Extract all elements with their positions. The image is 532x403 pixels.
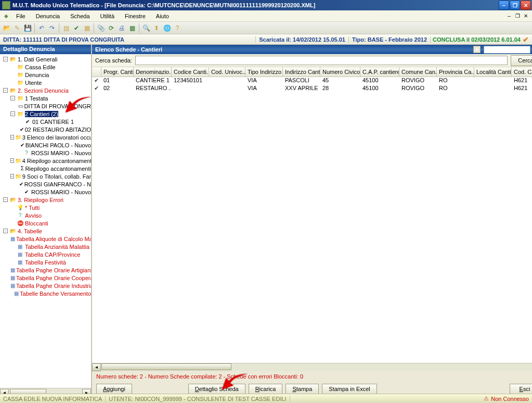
column-header[interactable]: Comune Can... <box>399 67 437 77</box>
tree-item[interactable]: 01 CANTIERE 1 <box>32 119 74 125</box>
ricarica-button[interactable]: Ricarica <box>249 384 283 395</box>
upload-icon[interactable]: ⬆ <box>152 23 161 33</box>
table-row[interactable]: ✔ 01CANTIERE 1123450101VIAPASCOLI4545100… <box>92 77 532 85</box>
tree-item[interactable]: Avviso <box>25 212 42 219</box>
check-icon[interactable]: ✔ <box>72 23 81 33</box>
column-header[interactable]: Codice Canti... <box>172 67 209 77</box>
table-icon: ▦ <box>16 251 24 258</box>
redo-icon[interactable]: ↷ <box>47 23 57 33</box>
menu-file[interactable]: File <box>11 12 31 20</box>
mdi-close-button[interactable]: ✕ <box>522 12 530 20</box>
expand-icon[interactable]: − <box>3 229 8 233</box>
column-header[interactable]: C.A.P. cantiere <box>360 67 399 77</box>
zoom-icon[interactable]: 🔍 <box>141 23 151 33</box>
tree-item[interactable]: * Tutti <box>25 205 40 211</box>
tree-item[interactable]: Tabella Paghe Orarie Cooperat <box>16 275 91 281</box>
tree-item[interactable]: Cassa Edile <box>25 64 56 70</box>
grid-body[interactable]: ✔ 01CANTIERE 1123450101VIAPASCOLI4545100… <box>92 77 532 363</box>
menu-denuncia[interactable]: Denuncia <box>31 12 65 20</box>
close-button[interactable]: ✕ <box>521 1 531 10</box>
scaricata-label: Scaricata il: 14/02/2012 15.05.01 <box>255 36 349 43</box>
open-icon[interactable]: 📂 <box>2 23 11 33</box>
tree-item[interactable]: 1. Dati Generali <box>18 56 57 62</box>
column-header[interactable]: Cod. Univoc... <box>209 67 245 77</box>
scroll-left-button[interactable]: ◄ <box>92 363 101 371</box>
expand-icon[interactable]: − <box>3 88 8 93</box>
column-header[interactable]: Progr. Cantiere <box>101 67 134 77</box>
detail-icon[interactable]: ▤ <box>61 23 71 33</box>
undo-icon[interactable]: ↶ <box>37 23 46 33</box>
tree-item[interactable]: 4 Riepilogo accantonamenti e <box>22 158 91 164</box>
column-header[interactable]: Cod. Catast <box>512 67 532 77</box>
column-header[interactable]: Numero Civico <box>320 67 360 77</box>
tree-item[interactable]: ROSSI GIANFRANCO - N <box>24 181 91 187</box>
tree-item[interactable]: 2. Sezioni Denuncia <box>18 87 69 94</box>
menu-utilita[interactable]: Utilità <box>95 12 120 20</box>
attach-icon[interactable]: 📎 <box>96 23 106 33</box>
tree-item[interactable]: Utente <box>25 80 42 86</box>
tree-item[interactable]: Tabella Anzianità Malattia <box>25 244 89 250</box>
expand-icon[interactable]: − <box>3 197 8 202</box>
column-header[interactable]: Località Canti... <box>474 67 512 77</box>
export-icon[interactable]: ▦ <box>82 23 92 33</box>
search-input[interactable] <box>135 56 508 65</box>
status-left: CASSA EDILE NUOVA INFORMATICA <box>0 396 106 402</box>
menu-scheda[interactable]: Scheda <box>65 12 95 20</box>
tree-item[interactable]: 02 RESTAURO ABITAZIO <box>25 127 91 133</box>
expand-icon[interactable]: − <box>10 96 15 100</box>
save-icon[interactable]: 💾 <box>23 23 32 33</box>
menu-finestre[interactable]: Finestre <box>120 12 151 20</box>
table-row[interactable]: ✔ 02RESTAURO ...VIAXXV APRILE2845100ROVI… <box>92 85 532 93</box>
excel-icon[interactable]: ▦ <box>127 23 137 33</box>
column-header[interactable]: Tipo Indirizzo <box>245 67 283 77</box>
tree-item[interactable]: Tabella Aliquote di Calcolo Mal <box>16 236 91 242</box>
scroll-thumb[interactable] <box>101 363 231 370</box>
column-header[interactable]: Denominazio... <box>134 67 172 77</box>
tree-item[interactable]: Denuncia <box>25 72 49 78</box>
column-header[interactable]: Provincia Ca... <box>437 67 474 77</box>
print-icon[interactable]: 🖨 <box>117 23 126 33</box>
tree-item[interactable]: Tabella Paghe Orarie Industria <box>16 283 91 289</box>
tree-item[interactable]: 9 Soci o Titolari, collab. Famil. ( <box>22 173 91 180</box>
tree-item[interactable]: 4. Tabelle <box>18 228 42 234</box>
cerca-button[interactable]: Cerca <box>511 55 532 66</box>
maximize-button[interactable]: ❐ <box>510 1 520 10</box>
check-icon: ✔ <box>94 85 99 91</box>
tree-item[interactable]: Tabella Paghe Orarie Artigiani <box>16 267 91 273</box>
tree-item[interactable]: Tabelle Banche Versamento <box>20 291 91 297</box>
tree-item[interactable]: ROSSI MARIO - Nuovo <box>31 189 91 195</box>
dropdown-button[interactable]: ▾ <box>473 46 481 53</box>
tree-item[interactable]: ROSSI MARIO - Nuovo <box>31 150 91 156</box>
expand-icon[interactable]: − <box>10 174 14 179</box>
menu-aiuto[interactable]: Aiuto <box>151 12 174 20</box>
aggiungi-button[interactable]: Aggiungi <box>96 384 132 395</box>
esci-button[interactable]: Esci <box>510 384 532 395</box>
tree-item[interactable]: BIANCHI PAOLO - Nuovo <box>25 142 91 148</box>
tree-item-selected[interactable]: 2 Cantieri (2) <box>25 111 58 117</box>
stampa-button[interactable]: Stampa <box>286 384 319 395</box>
minimize-button[interactable]: – <box>499 1 509 10</box>
tree-item[interactable]: 3 Elenco dei lavoratori occupat <box>22 134 91 141</box>
expand-icon[interactable]: − <box>10 158 14 163</box>
grid-hscroll[interactable]: ◄ ► <box>92 363 532 372</box>
table-icon: ▦ <box>14 290 19 297</box>
mdi-minimize-button[interactable]: – <box>505 12 513 20</box>
expand-icon[interactable]: − <box>3 57 8 61</box>
tree-item[interactable]: 1 Testata <box>25 95 48 102</box>
help-icon[interactable]: ? <box>173 23 182 33</box>
tree-item[interactable]: Tabella Festività <box>25 259 66 266</box>
tree-view[interactable]: −📂1. Dati Generali 📁Cassa Edile 📁Denunci… <box>0 54 91 388</box>
refresh-icon[interactable]: ⟳ <box>107 23 116 33</box>
expand-icon[interactable]: − <box>10 111 15 116</box>
expand-icon[interactable]: − <box>10 135 14 140</box>
column-header[interactable]: Indirizzo Cant... <box>283 67 320 77</box>
mdi-restore-button[interactable]: ❐ <box>513 12 522 20</box>
stampa-excel-button[interactable]: Stampa in Excel <box>322 384 377 395</box>
tree-item[interactable]: Riepilogo accantonamenti <box>25 166 91 172</box>
tree-item[interactable]: Tabella CAP/Province <box>25 251 80 258</box>
tree-item[interactable]: 3. Riepilogo Errori <box>18 197 63 203</box>
world-icon[interactable]: 🌐 <box>162 23 172 33</box>
edit-icon[interactable]: ✎ <box>12 23 22 33</box>
filter-select[interactable] <box>484 46 530 54</box>
tree-item[interactable]: Bloccanti <box>25 220 48 226</box>
